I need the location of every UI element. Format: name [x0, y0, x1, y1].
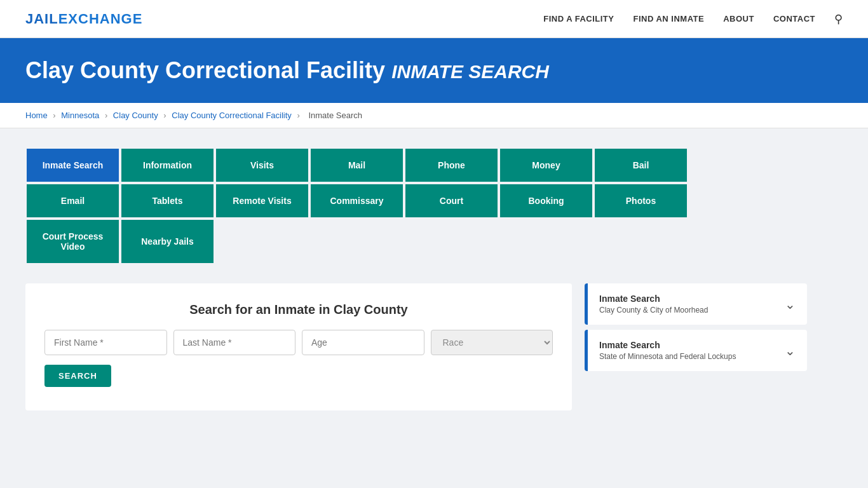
chevron-down-icon: ⌄: [785, 343, 796, 358]
sidebar-card-local: Inmate Search Clay County & City of Moor…: [585, 283, 807, 325]
sidebar-card-local-subtitle: Clay County & City of Moorhead: [599, 306, 708, 315]
search-title: Search for an Inmate in Clay County: [44, 302, 553, 317]
nav-find-inmate[interactable]: FIND AN INMATE: [633, 14, 704, 24]
sidebar-card-state-header[interactable]: Inmate Search State of Minnesota and Fed…: [588, 330, 807, 371]
tab-booking[interactable]: Booking: [500, 184, 592, 217]
page-title: Clay County Correctional Facility INMATE…: [25, 57, 843, 84]
site-logo[interactable]: JAILEXCHANGE: [25, 11, 142, 27]
tab-information[interactable]: Information: [121, 149, 214, 182]
logo-text: JAILEXCHANGE: [25, 11, 142, 27]
main-nav: FIND A FACILITY FIND AN INMATE ABOUT CON…: [543, 12, 843, 26]
tab-bail[interactable]: Bail: [595, 149, 687, 182]
breadcrumb-minnesota[interactable]: Minnesota: [61, 111, 99, 120]
sidebar: Inmate Search Clay County & City of Moor…: [585, 283, 807, 376]
age-input[interactable]: [302, 330, 424, 355]
breadcrumb: Home › Minnesota › Clay County › Clay Co…: [0, 103, 868, 128]
nav-find-facility[interactable]: FIND A FACILITY: [543, 14, 614, 24]
sidebar-card-state: Inmate Search State of Minnesota and Fed…: [585, 330, 807, 371]
breadcrumb-clay-county[interactable]: Clay County: [113, 111, 158, 120]
hero-banner: Clay County Correctional Facility INMATE…: [0, 38, 868, 103]
nav-contact[interactable]: CONTACT: [773, 14, 815, 24]
sidebar-card-state-subtitle: State of Minnesota and Federal Lockups: [599, 352, 736, 361]
tab-money[interactable]: Money: [500, 149, 592, 182]
chevron-down-icon: ⌄: [785, 297, 796, 312]
tabs-grid: Inmate Search Information Visits Mail Ph…: [25, 147, 724, 264]
tab-remote-visits[interactable]: Remote Visits: [216, 184, 308, 217]
first-name-input[interactable]: [44, 330, 167, 355]
tab-phone[interactable]: Phone: [405, 149, 498, 182]
nav-about[interactable]: ABOUT: [723, 14, 754, 24]
sidebar-card-state-title: Inmate Search: [599, 340, 736, 350]
search-icon[interactable]: ⚲: [834, 12, 843, 26]
search-form: Race White Black Hispanic Asian Other: [44, 330, 553, 355]
site-header: JAILEXCHANGE FIND A FACILITY FIND AN INM…: [0, 0, 868, 38]
search-box: Search for an Inmate in Clay County Race…: [25, 283, 572, 410]
content-area: Search for an Inmate in Clay County Race…: [25, 283, 843, 410]
breadcrumb-home[interactable]: Home: [25, 111, 48, 120]
tab-court-process-video[interactable]: Court Process Video: [27, 220, 119, 263]
main-content: Inmate Search Information Visits Mail Ph…: [0, 128, 868, 430]
breadcrumb-current: Inmate Search: [308, 111, 362, 120]
search-button[interactable]: SEARCH: [44, 365, 111, 387]
tab-tablets[interactable]: Tablets: [121, 184, 214, 217]
race-select[interactable]: Race White Black Hispanic Asian Other: [431, 330, 553, 355]
sidebar-card-local-title: Inmate Search: [599, 294, 708, 304]
tab-commissary[interactable]: Commissary: [311, 184, 403, 217]
tab-mail[interactable]: Mail: [311, 149, 403, 182]
sidebar-card-local-header[interactable]: Inmate Search Clay County & City of Moor…: [588, 283, 807, 325]
tab-inmate-search[interactable]: Inmate Search: [27, 149, 119, 182]
tab-court[interactable]: Court: [405, 184, 498, 217]
tab-nearby-jails[interactable]: Nearby Jails: [121, 220, 214, 263]
tab-visits[interactable]: Visits: [216, 149, 308, 182]
tab-photos[interactable]: Photos: [595, 184, 687, 217]
last-name-input[interactable]: [173, 330, 296, 355]
tab-email[interactable]: Email: [27, 184, 119, 217]
breadcrumb-facility[interactable]: Clay County Correctional Facility: [172, 111, 292, 120]
